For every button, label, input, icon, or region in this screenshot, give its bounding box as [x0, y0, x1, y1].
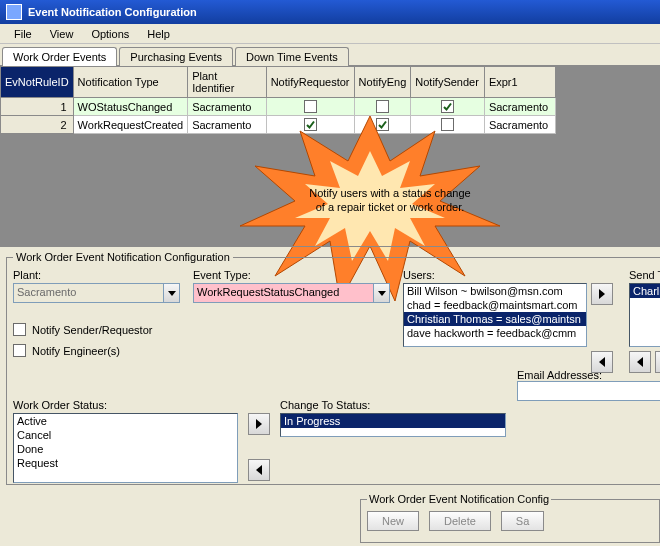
change-to-status-label: Change To Status: [280, 399, 506, 411]
checkbox-icon[interactable] [304, 118, 317, 131]
cell[interactable]: Sacramento [484, 98, 555, 116]
status-add-button[interactable] [248, 413, 270, 435]
cell[interactable]: 2 [1, 116, 74, 134]
list-item[interactable]: Charlie Hus [630, 284, 660, 298]
event-type-label: Event Type: [193, 269, 393, 281]
cell[interactable]: Sacramento [484, 116, 555, 134]
checkbox-icon[interactable] [376, 100, 389, 113]
menu-help[interactable]: Help [139, 26, 178, 42]
callout-text: Notify users with a status change of a r… [300, 186, 480, 214]
delete-button[interactable]: Delete [429, 511, 491, 531]
plant-dropdown[interactable]: Sacramento [13, 283, 183, 303]
checkbox-cell[interactable] [266, 116, 354, 134]
tab-down-time-events[interactable]: Down Time Events [235, 47, 349, 66]
notify-sender-label: Notify Sender/Requestor [32, 324, 152, 336]
table-row[interactable]: 1WOStatusChangedSacramentoSacramento [1, 98, 556, 116]
list-item[interactable]: In Progress [281, 414, 505, 428]
save-button[interactable]: Sa [501, 511, 544, 531]
window-title: Event Notification Configuration [28, 6, 197, 18]
table-row[interactable]: 2WorkRequestCreatedSacramentoSacramento [1, 116, 556, 134]
work-order-status-list[interactable]: ActiveCancelDoneRequest [13, 413, 238, 483]
grid-area: EvNotRuleID Notification Type Plant Iden… [0, 66, 660, 246]
menu-file[interactable]: File [6, 26, 40, 42]
list-item[interactable]: Done [14, 442, 237, 456]
form-area: Work Order Event Notification Configurat… [0, 246, 660, 546]
list-item[interactable]: Cancel [14, 428, 237, 442]
notify-engineer-label: Notify Engineer(s) [32, 345, 120, 357]
checkbox-cell[interactable] [354, 98, 411, 116]
config-legend: Work Order Event Notification Configurat… [13, 251, 233, 263]
list-item[interactable]: chad = feedback@maintsmart.com [404, 298, 586, 312]
col-notify-requestor[interactable]: NotifyRequestor [266, 67, 354, 98]
dropdown-arrow-icon[interactable] [373, 283, 390, 303]
list-item[interactable]: dave hackworth = feedback@cmm [404, 326, 586, 340]
col-notify-eng[interactable]: NotifyEng [354, 67, 411, 98]
svg-marker-1 [295, 151, 445, 261]
config-fieldset: Work Order Event Notification Configurat… [6, 251, 660, 485]
event-type-dropdown[interactable]: WorkRequestStatusChanged [193, 283, 393, 303]
change-to-status-list[interactable]: In Progress [280, 413, 506, 437]
plant-value: Sacramento [13, 283, 163, 303]
bottom-fieldset: Work Order Event Notification Config New… [360, 493, 660, 543]
list-item[interactable]: Active [14, 414, 237, 428]
checkbox-cell[interactable] [354, 116, 411, 134]
notify-engineer-checkbox[interactable] [13, 344, 26, 357]
new-button[interactable]: New [367, 511, 419, 531]
checkbox-icon[interactable] [376, 118, 389, 131]
cell[interactable]: Sacramento [188, 116, 266, 134]
tab-work-order-events[interactable]: Work Order Events [2, 47, 117, 66]
col-notify-sender[interactable]: NotifySender [411, 67, 485, 98]
col-notification-type[interactable]: Notification Type [73, 67, 188, 98]
app-icon [6, 4, 22, 20]
col-plant-identifier[interactable]: Plant Identifier [188, 67, 266, 98]
checkbox-cell[interactable] [411, 116, 485, 134]
users-list[interactable]: Bill Wilson ~ bwilson@msn.comchad = feed… [403, 283, 587, 347]
email-addresses-input[interactable] [517, 381, 660, 401]
checkbox-icon[interactable] [304, 100, 317, 113]
list-item[interactable]: Bill Wilson ~ bwilson@msn.com [404, 284, 586, 298]
title-bar: Event Notification Configuration [0, 0, 660, 24]
plant-label: Plant: [13, 269, 183, 281]
menu-options[interactable]: Options [83, 26, 137, 42]
col-expr1[interactable]: Expr1 [484, 67, 555, 98]
checkbox-icon[interactable] [441, 118, 454, 131]
email-addresses-label: Email Addresses: [517, 369, 602, 381]
cell[interactable]: WOStatusChanged [73, 98, 188, 116]
tab-purchasing-events[interactable]: Purchasing Events [119, 47, 233, 66]
list-item[interactable]: Request [14, 456, 237, 470]
rules-grid[interactable]: EvNotRuleID Notification Type Plant Iden… [0, 66, 556, 134]
menu-bar: File View Options Help [0, 24, 660, 44]
checkbox-icon[interactable] [441, 100, 454, 113]
work-order-status-label: Work Order Status: [13, 399, 238, 411]
grid-header-row: EvNotRuleID Notification Type Plant Iden… [1, 67, 556, 98]
col-evnotruleid[interactable]: EvNotRuleID [1, 67, 74, 98]
dropdown-arrow-icon[interactable] [163, 283, 180, 303]
status-remove-button[interactable] [248, 459, 270, 481]
cell[interactable]: Sacramento [188, 98, 266, 116]
bottom-legend: Work Order Event Notification Config [367, 493, 551, 505]
send-to-label: Send To U [629, 269, 660, 281]
add-user-button[interactable] [591, 283, 613, 305]
event-type-value: WorkRequestStatusChanged [193, 283, 373, 303]
send-to-list[interactable]: Charlie Hus [629, 283, 660, 347]
list-item[interactable]: Christian Thomas = sales@maintsn [404, 312, 586, 326]
users-label: Users: [403, 269, 619, 281]
cell[interactable]: WorkRequestCreated [73, 116, 188, 134]
checkbox-cell[interactable] [411, 98, 485, 116]
menu-view[interactable]: View [42, 26, 82, 42]
cell[interactable]: 1 [1, 98, 74, 116]
main-tabs: Work Order Events Purchasing Events Down… [0, 44, 660, 66]
checkbox-cell[interactable] [266, 98, 354, 116]
notify-sender-checkbox[interactable] [13, 323, 26, 336]
